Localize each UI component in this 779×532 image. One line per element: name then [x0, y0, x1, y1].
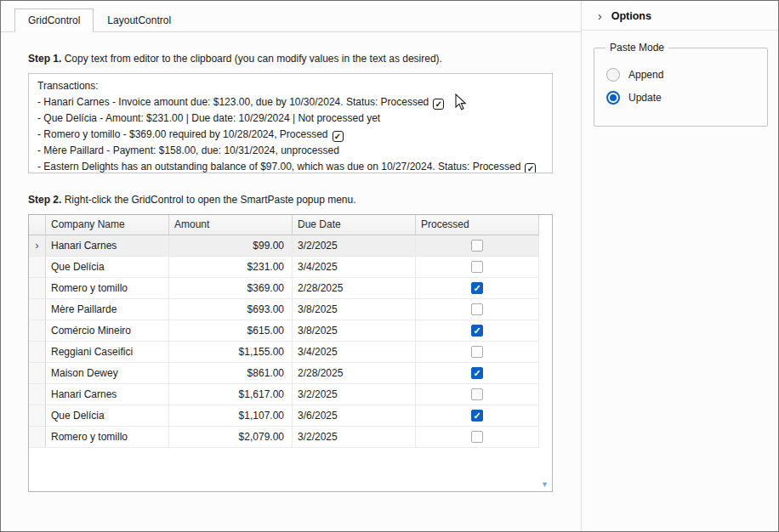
tab-gridcontrol[interactable]: GridControl: [14, 8, 94, 32]
transactions-editor[interactable]: Transactions: - Hanari Carnes - Invoice …: [28, 73, 553, 173]
cell-due-date[interactable]: 3/8/2025: [293, 320, 416, 342]
cell-amount[interactable]: $99.00: [169, 235, 293, 257]
processed-checkbox[interactable]: ✓: [471, 367, 483, 379]
table-row[interactable]: Romero y tomillo $2,079.00 3/2/2025: [29, 427, 539, 448]
cell-processed[interactable]: ✓: [416, 405, 539, 427]
cell-amount[interactable]: $369.00: [169, 278, 293, 299]
table-row[interactable]: Maison Dewey $861.00 2/28/2025 ✓: [29, 363, 539, 384]
radio-option[interactable]: Update: [606, 91, 755, 105]
cell-company-name[interactable]: Que Delícia: [46, 405, 169, 427]
options-title: Options: [611, 10, 651, 22]
cell-company-name[interactable]: Que Delícia: [46, 257, 169, 278]
cell-due-date[interactable]: 3/2/2025: [293, 235, 416, 257]
main-content: Step 1. Copy text from editor to the cli…: [1, 32, 581, 492]
cell-due-date[interactable]: 3/8/2025: [293, 299, 416, 320]
column-header-company[interactable]: Company Name: [46, 215, 169, 235]
cell-processed[interactable]: [416, 384, 539, 405]
table-row[interactable]: Que Delícia $1,107.00 3/6/2025 ✓: [29, 405, 539, 427]
table-row[interactable]: Romero y tomillo $369.00 2/28/2025 ✓: [29, 278, 539, 299]
processed-checkbox[interactable]: [471, 388, 483, 400]
column-header-amount[interactable]: Amount: [169, 215, 293, 235]
transaction-line: - Romero y tomillo - $369.00 required by…: [37, 127, 543, 143]
radio-option-label: Append: [628, 69, 663, 81]
processed-checkbox[interactable]: [471, 303, 483, 315]
radio-option[interactable]: Append: [606, 68, 755, 82]
cell-company-name[interactable]: Comércio Mineiro: [46, 320, 169, 342]
cell-processed[interactable]: ✓: [416, 363, 539, 384]
cell-processed[interactable]: ✓: [416, 278, 539, 299]
row-indicator: [29, 299, 46, 320]
cell-amount[interactable]: $231.00: [169, 257, 293, 278]
cell-due-date[interactable]: 2/28/2025: [293, 278, 416, 299]
transactions-lines: - Hanari Carnes - Invoice amount due: $1…: [37, 94, 543, 173]
tab-layoutcontrol[interactable]: LayoutControl: [94, 8, 185, 32]
paste-mode-groupbox: Paste Mode Append Update: [594, 42, 768, 127]
cell-amount[interactable]: $1,617.00: [169, 384, 293, 405]
cell-amount[interactable]: $693.00: [169, 299, 293, 320]
scroll-down-icon[interactable]: ▼: [541, 480, 549, 489]
transaction-line: - Hanari Carnes - Invoice amount due: $1…: [37, 94, 543, 110]
cell-processed[interactable]: [416, 299, 539, 320]
transaction-line-text: - Mère Paillard - Payment: $158.00, due:…: [37, 144, 339, 156]
row-indicator: [29, 342, 46, 363]
cell-processed[interactable]: [416, 342, 539, 363]
step1-label: Step 1.: [28, 53, 61, 65]
row-indicator: ›: [29, 235, 46, 257]
table-row[interactable]: Que Delícia $231.00 3/4/2025: [29, 257, 539, 278]
main-area: GridControl LayoutControl Step 1. Copy t…: [1, 1, 582, 531]
step1-text: Step 1. Copy text from editor to the cli…: [28, 53, 581, 65]
chevron-right-icon[interactable]: ›: [598, 11, 602, 21]
table-row[interactable]: Mère Paillarde $693.00 3/8/2025: [29, 299, 539, 320]
radio-button-icon[interactable]: [606, 91, 620, 105]
checked-checkbox-icon: ✓: [433, 99, 444, 110]
processed-checkbox[interactable]: [471, 431, 483, 443]
cell-amount[interactable]: $1,107.00: [169, 405, 293, 427]
row-indicator: [29, 427, 46, 448]
step2-text: Step 2. Right-click the GridControl to o…: [28, 194, 581, 206]
transaction-line-text: - Eastern Delights has an outstanding ba…: [37, 161, 520, 173]
row-indicator: [29, 363, 46, 384]
step2-label: Step 2.: [28, 194, 61, 206]
processed-checkbox[interactable]: [471, 240, 483, 252]
processed-checkbox[interactable]: [471, 261, 483, 273]
cell-company-name[interactable]: Romero y tomillo: [46, 427, 169, 448]
cell-company-name[interactable]: Reggiani Caseifici: [46, 342, 169, 363]
cell-amount[interactable]: $615.00: [169, 320, 293, 342]
cell-processed[interactable]: ✓: [416, 320, 539, 342]
transaction-line: - Que Delícia - Amount: $231.00 | Due da…: [37, 110, 543, 127]
checked-checkbox-icon: ✓: [525, 163, 536, 173]
radio-button-icon[interactable]: [606, 68, 620, 82]
cell-due-date[interactable]: 3/4/2025: [293, 257, 416, 278]
table-row[interactable]: Comércio Mineiro $615.00 3/8/2025 ✓: [29, 320, 539, 342]
table-row[interactable]: Hanari Carnes $1,617.00 3/2/2025: [29, 384, 539, 405]
column-header-processed[interactable]: Processed: [416, 215, 539, 235]
row-indicator: [29, 405, 46, 427]
cell-company-name[interactable]: Maison Dewey: [46, 363, 169, 384]
processed-checkbox[interactable]: ✓: [471, 410, 483, 422]
cell-processed[interactable]: [416, 235, 539, 257]
cell-amount[interactable]: $861.00: [169, 363, 293, 384]
processed-checkbox[interactable]: [471, 346, 483, 358]
tab-bar: GridControl LayoutControl: [1, 1, 581, 32]
cell-due-date[interactable]: 3/2/2025: [293, 427, 416, 448]
cell-company-name[interactable]: Hanari Carnes: [46, 384, 169, 405]
transactions-header-line: Transactions:: [37, 78, 543, 94]
cell-due-date[interactable]: 3/2/2025: [293, 384, 416, 405]
cell-due-date[interactable]: 3/6/2025: [293, 405, 416, 427]
cell-company-name[interactable]: Romero y tomillo: [46, 278, 169, 299]
cell-company-name[interactable]: Mère Paillarde: [46, 299, 169, 320]
cell-processed[interactable]: [416, 427, 539, 448]
cell-due-date[interactable]: 2/28/2025: [293, 363, 416, 384]
transaction-line-text: - Hanari Carnes - Invoice amount due: $1…: [37, 96, 429, 108]
cell-amount[interactable]: $2,079.00: [169, 427, 293, 448]
grid-control[interactable]: Company Name Amount Due Date Processed ›…: [28, 214, 553, 492]
cell-company-name[interactable]: Hanari Carnes: [46, 235, 169, 257]
table-row[interactable]: Reggiani Caseifici $1,155.00 3/4/2025: [29, 342, 539, 363]
table-row[interactable]: › Hanari Carnes $99.00 3/2/2025: [29, 235, 539, 257]
column-header-due-date[interactable]: Due Date: [293, 215, 416, 235]
processed-checkbox[interactable]: ✓: [471, 282, 483, 294]
cell-amount[interactable]: $1,155.00: [169, 342, 293, 363]
processed-checkbox[interactable]: ✓: [471, 325, 483, 337]
cell-processed[interactable]: [416, 257, 539, 278]
cell-due-date[interactable]: 3/4/2025: [293, 342, 416, 363]
